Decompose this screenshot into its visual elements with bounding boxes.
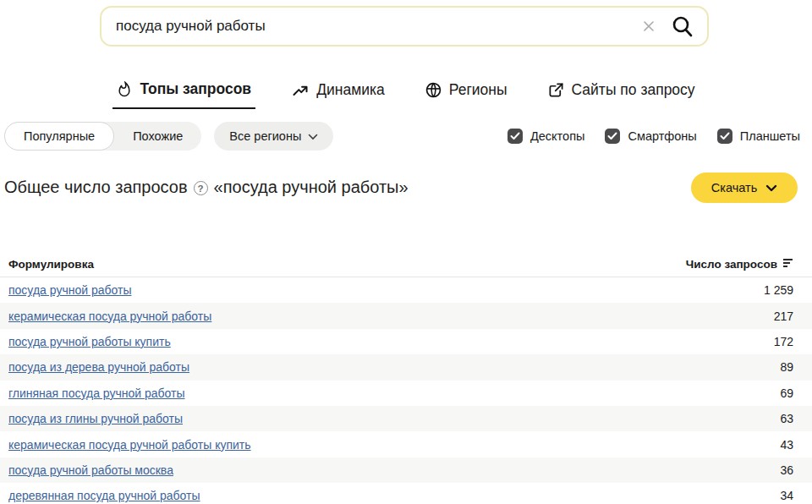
query-link[interactable]: посуда ручной работы москва: [8, 463, 173, 477]
query-link[interactable]: посуда из дерева ручной работы: [8, 360, 189, 374]
tab-label: Регионы: [449, 81, 508, 99]
summary-query: «посуда ручной работы»: [214, 178, 409, 197]
globe-icon: [425, 82, 442, 98]
table-row: керамическая посуда ручной работы купить…: [0, 431, 812, 457]
checkbox-label: Смартфоны: [628, 129, 696, 143]
popular-similar-toggle: Популярные Похожие: [4, 122, 201, 151]
tab-top-queries[interactable]: Топы запросов: [112, 79, 255, 109]
checkbox-desktops[interactable]: Десктопы: [508, 129, 584, 144]
tab-label: Динамика: [316, 81, 385, 99]
column-header-phrase: Формулировка: [8, 258, 94, 271]
tab-dynamics[interactable]: Динамика: [288, 79, 389, 109]
queries-table: Формулировка Число запросов посуда ручно…: [0, 252, 812, 504]
checkbox-label: Планшеты: [740, 129, 800, 143]
region-dropdown-label: Все регионы: [229, 129, 301, 143]
table-body: посуда ручной работы 1 259 керамическая …: [0, 277, 812, 504]
flame-icon: [117, 81, 132, 98]
query-count: 43: [780, 438, 793, 452]
search-input[interactable]: [102, 18, 638, 35]
external-link-icon: [548, 82, 564, 98]
query-link[interactable]: посуда ручной работы: [8, 283, 131, 297]
checkbox-checked-icon: [605, 129, 620, 144]
table-row: посуда из глины ручной работы 63: [0, 406, 812, 431]
checkbox-checked-icon: [508, 129, 523, 144]
query-link[interactable]: посуда из глины ручной работы: [8, 412, 183, 425]
query-link[interactable]: деревянная посуда ручной работы: [8, 489, 200, 502]
close-icon[interactable]: [638, 15, 660, 37]
tab-label: Сайты по запросу: [572, 81, 695, 99]
table-row: посуда ручной работы 1 259: [0, 277, 812, 303]
query-link[interactable]: глиняная посуда ручной работы: [8, 386, 185, 400]
filter-bar: Популярные Похожие Все регионы Десктопы: [0, 122, 812, 151]
query-count: 172: [774, 335, 793, 348]
query-count: 36: [780, 463, 793, 477]
table-row: посуда ручной работы москва 36: [0, 457, 812, 483]
query-link[interactable]: керамическая посуда ручной работы: [8, 310, 211, 323]
page-title: Общее число запросов ? «посуда ручной ра…: [4, 178, 409, 197]
query-link[interactable]: посуда ручной работы купить: [8, 335, 171, 348]
table-row: посуда ручной работы купить 172: [0, 329, 812, 354]
tab-sites-by-query[interactable]: Сайты по запросу: [544, 79, 700, 109]
query-count: 69: [780, 386, 793, 400]
table-header: Формулировка Число запросов: [0, 252, 812, 277]
query-count: 34: [780, 489, 793, 502]
download-label: Скачать: [711, 181, 757, 194]
query-count: 217: [774, 310, 793, 323]
search-bar: [100, 6, 709, 47]
query-link[interactable]: керамическая посуда ручной работы купить: [8, 438, 251, 452]
query-count: 89: [780, 360, 793, 374]
sort-descending-icon: [782, 258, 793, 271]
checkbox-checked-icon: [717, 129, 732, 144]
download-button[interactable]: Скачать: [691, 173, 798, 203]
column-header-count[interactable]: Число запросов: [686, 258, 793, 271]
tab-label: Топы запросов: [140, 80, 251, 98]
segment-popular[interactable]: Популярные: [4, 122, 114, 151]
query-count: 63: [780, 412, 793, 425]
summary-label: Общее число запросов: [4, 178, 188, 197]
tab-bar: Топы запросов Динамика Регионы: [0, 79, 812, 109]
help-icon[interactable]: ?: [194, 181, 208, 195]
checkbox-tablets[interactable]: Планшеты: [717, 129, 800, 144]
table-row: глиняная посуда ручной работы 69: [0, 381, 812, 406]
query-count: 1 259: [764, 283, 793, 297]
checkbox-label: Десктопы: [530, 129, 584, 143]
device-filters: Десктопы Смартфоны Планшеты: [508, 122, 800, 151]
segment-similar[interactable]: Похожие: [114, 122, 201, 151]
region-dropdown[interactable]: Все регионы: [214, 122, 333, 151]
table-row: керамическая посуда ручной работы 217: [0, 303, 812, 328]
tab-regions[interactable]: Регионы: [421, 79, 512, 109]
table-row: посуда из дерева ручной работы 89: [0, 354, 812, 380]
magnifier-icon[interactable]: [668, 12, 697, 41]
checkbox-smartphones[interactable]: Смартфоны: [605, 129, 696, 144]
table-row: деревянная посуда ручной работы 34: [0, 483, 812, 504]
chevron-down-icon: [308, 129, 318, 143]
trend-icon: [292, 82, 309, 99]
chevron-down-icon: [765, 181, 777, 194]
